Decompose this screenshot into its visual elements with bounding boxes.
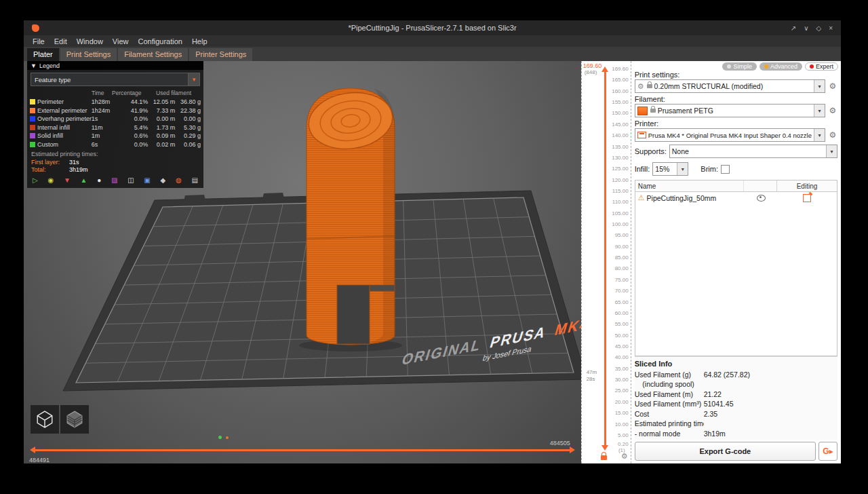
feature-name: External perimeter [37,107,92,114]
feature-grams: 5.30 g [175,124,201,131]
legend-rows: Perimeter 1h28m 44.1% 12.05 m 36.80 g Ex… [27,98,203,149]
name-column-header: Name [635,183,743,190]
eye-icon[interactable] [757,195,766,202]
sliced-info-row: Used Filament (m) 21.22 [635,390,837,400]
layer-hover-time: 47m 28s [587,369,597,383]
feature-meters: 0.09 m [148,132,175,139]
legend-toggle-icon[interactable]: ◆ [161,176,166,184]
feature-meters: 0.00 m [148,115,175,122]
feature-meters: 12.05 m [148,98,175,105]
edit-printer-button[interactable]: ⚙ [828,130,837,140]
printer-select[interactable]: Prusa MK4 * Original Prusa MK4 Input Sha… [635,128,825,142]
feature-time: 11m [92,124,112,131]
menu-item[interactable]: File [28,37,50,46]
layer-top-value: 169.60 [583,62,602,69]
legend-toggle-icon[interactable]: ◍ [176,176,182,184]
legend-row: Custom 6s 0.0% 0.02 m 0.06 g [27,140,203,149]
legend-column-headers: Time Percentage Used filament [27,89,203,98]
tab-print-settings[interactable]: Print Settings [60,48,117,61]
chevron-down-icon[interactable]: ▾ [814,80,825,92]
supports-value: None [672,147,824,155]
right-panel: Simple Advanced Expert Print settings: ⚙… [631,61,841,463]
view-type-select[interactable]: Feature type ▾ [31,73,200,86]
origin-marker [218,436,222,439]
menu-item[interactable]: Configuration [133,37,186,46]
maximize-icon[interactable]: ◇ [816,24,821,32]
filament-value: Prusament PETG [658,107,812,115]
chevron-down-icon[interactable]: ▾ [677,163,688,175]
edit-object-icon[interactable] [803,194,811,202]
legend-toggle-icon[interactable]: ▤ [191,176,197,184]
legend-toggle-icon[interactable]: ▣ [144,176,150,184]
edit-filament-button[interactable]: ⚙ [828,106,837,115]
feature-meters: 7.33 m [148,107,175,114]
menu-item[interactable]: Help [187,37,212,46]
slider-gear-icon[interactable]: ⚙ [621,452,628,461]
legend-header[interactable]: ▼ Legend [27,61,203,70]
infill-select[interactable]: 15% ▾ [652,162,688,176]
legend-toggle-icon[interactable]: ▷ [33,176,38,184]
export-gcode-button[interactable]: Export G-code [635,442,816,461]
legend-row: Internal infill 11m 5.4% 1.73 m 5.30 g [27,124,203,132]
sliced-info-label: Used Filament (mm³) [635,400,704,408]
tab-printer-settings[interactable]: Printer Settings [189,48,252,61]
mode-simple[interactable]: Simple [722,62,757,71]
chevron-down-icon[interactable]: ▾ [814,129,825,141]
legend-toggle-icon[interactable]: ◫ [127,176,134,184]
print-settings-label: Print settings: [635,71,837,79]
sliced-info-section: Sliced Info Used Filament (g) 64.82 (257… [635,356,837,440]
chevron-down-icon[interactable]: ▾ [826,145,837,157]
feature-name: Perimeter [37,98,92,105]
legend-toggle-icon[interactable]: ▼ [64,176,71,184]
chevron-down-icon[interactable]: ▾ [188,73,199,86]
menu-item[interactable]: Window [72,37,108,46]
sliced-model[interactable] [299,88,402,352]
feature-percentage: 0.0% [130,115,148,122]
legend-toggle-icon[interactable]: ▨ [111,176,117,184]
print-settings-select[interactable]: ⚙ 0.20mm STRUCTURAL (modified) ▾ [635,79,825,93]
preset-gear-icon: ⚙ [637,82,644,91]
sliced-info-label: - normal mode [635,430,704,438]
close-icon[interactable]: × [829,24,833,32]
move-slider[interactable] [32,449,573,451]
chevron-down-icon[interactable]: ▾ [814,104,825,117]
feature-grams: 22.38 g [175,107,201,114]
brim-checkbox[interactable] [721,165,730,174]
menu-item[interactable]: Edit [50,37,72,46]
3d-view-button[interactable] [31,405,59,434]
feature-color-swatch [30,125,35,130]
view-mode-buttons [31,405,89,434]
filament-select[interactable]: Prusament PETG ▾ [635,104,825,117]
mode-expert[interactable]: Expert [805,62,838,71]
legend-toggle-icon[interactable]: ● [97,176,101,184]
legend-toggle-icon[interactable]: ▲ [81,176,87,184]
sliced-info-row: Used Filament (g) 64.82 (257.82) [635,370,837,380]
feature-color-swatch [30,116,35,121]
sliced-info-row: (including spool) [635,379,837,390]
object-row[interactable]: ⚠ PipeCuttingJig_50mm [635,192,837,204]
shade-icon[interactable]: ∨ [804,24,808,32]
layer-slider[interactable] [604,69,606,448]
infill-label: Infill: [635,165,650,173]
move-slider-max: 484505 [550,440,570,446]
layers-view-button[interactable] [60,405,89,434]
send-gcode-button[interactable]: G▸ [818,442,837,461]
sliced-info-row: Cost 2.35 [635,409,837,419]
lock-icon[interactable] [601,455,607,460]
print-settings-value: 0.20mm STRUCTURAL (modified) [654,82,812,90]
brim-label: Brim: [701,165,718,173]
supports-select[interactable]: None ▾ [669,145,837,158]
menu-item[interactable]: View [108,37,134,46]
3d-viewport[interactable]: ORIGINAL PRUSA MK4 by Josef Prusa [24,61,581,463]
object-list: Name Editing ⚠ PipeCuttingJig_50mm [635,180,837,356]
advanced-mode-dot [764,64,768,69]
feature-name: Custom [37,141,92,148]
legend-toggle-icon[interactable]: ◉ [47,176,54,184]
edit-print-settings-button[interactable]: ⚙ [828,81,837,91]
tab-filament-settings[interactable]: Filament Settings [118,48,188,61]
tab-plater[interactable]: Plater [27,48,59,61]
restore-icon[interactable]: ↗ [791,24,796,32]
sliced-info-rows: Used Filament (g) 64.82 (257.82) (includ… [635,370,837,439]
mode-advanced[interactable]: Advanced [760,62,802,71]
layer-slider-column: 169.60 (848) 169.60165.00160.00155.00150… [581,61,631,463]
